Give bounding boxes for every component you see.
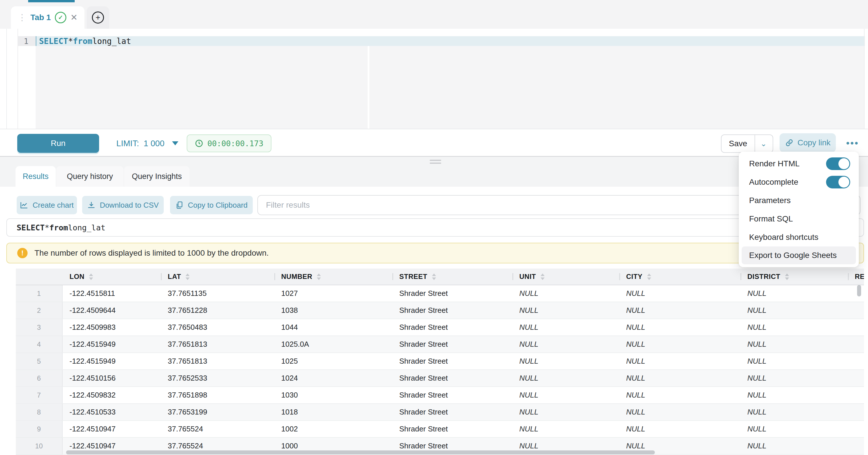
column-header-unit[interactable]: UNIT	[513, 269, 619, 285]
autocomplete-toggle[interactable]	[826, 176, 850, 188]
table-cell[interactable]: 1030	[274, 387, 392, 403]
table-cell[interactable]	[848, 421, 864, 437]
tab-results[interactable]: Results	[16, 166, 56, 187]
table-cell[interactable]: NULL	[513, 387, 619, 403]
table-cell[interactable]: 1044	[274, 319, 392, 335]
sort-icon[interactable]	[186, 273, 190, 280]
table-cell[interactable]: NULL	[741, 285, 848, 302]
table-cell[interactable]: -122.4509832	[63, 387, 161, 403]
table-row[interactable]: 9-122.451094737.7655241002Shrader Street…	[16, 421, 864, 438]
tab-query-insights[interactable]: Query Insights	[124, 166, 190, 187]
vertical-scrollbar[interactable]	[857, 285, 861, 297]
sort-icon[interactable]	[647, 273, 651, 280]
column-header-district[interactable]: DISTRICT	[741, 269, 848, 285]
table-cell[interactable]: 37.7650483	[161, 319, 274, 335]
menu-item-export-google-sheets[interactable]: Export to Google Sheets	[742, 246, 856, 264]
table-cell[interactable]: Shrader Street	[392, 421, 513, 437]
table-cell[interactable]: -122.4515811	[63, 285, 161, 302]
table-cell[interactable]: 1024	[274, 370, 392, 386]
table-cell[interactable]: -122.4509644	[63, 302, 161, 318]
menu-item-keyboard-shortcuts[interactable]: Keyboard shortcuts	[739, 228, 859, 246]
save-options-chevron[interactable]: ⌄	[754, 135, 772, 152]
table-cell[interactable]: NULL	[619, 353, 741, 369]
resize-handle[interactable]	[430, 162, 441, 164]
table-cell[interactable]: -122.4510947	[63, 421, 161, 437]
table-cell[interactable]	[848, 387, 864, 403]
render-html-toggle[interactable]	[826, 157, 850, 170]
table-cell[interactable]: NULL	[741, 302, 848, 318]
table-cell[interactable]	[848, 336, 864, 353]
table-cell[interactable]: Shrader Street	[392, 387, 513, 403]
table-cell[interactable]: NULL	[513, 404, 619, 420]
table-cell[interactable]: 1025.0A	[274, 336, 392, 353]
sql-editor[interactable]: 1 SELECT * from long_lat	[0, 29, 868, 129]
table-cell[interactable]: NULL	[741, 336, 848, 353]
table-cell[interactable]: NULL	[513, 336, 619, 353]
table-cell[interactable]: NULL	[513, 302, 619, 318]
table-cell[interactable]: NULL	[741, 438, 848, 454]
table-cell[interactable]: -122.4515949	[63, 353, 161, 369]
table-cell[interactable]: NULL	[619, 404, 741, 420]
copy-link-button[interactable]: Copy link	[779, 133, 836, 152]
table-cell[interactable]: NULL	[619, 421, 741, 437]
column-header-city[interactable]: CITY	[619, 269, 741, 285]
table-cell[interactable]: NULL	[619, 285, 741, 302]
table-cell[interactable]: -122.4515949	[63, 336, 161, 353]
copy-clipboard-button[interactable]: Copy to Clipboard	[170, 196, 253, 214]
new-tab-button[interactable]: +	[87, 6, 109, 29]
table-row[interactable]: 2-122.450964437.76512281038Shrader Stree…	[16, 302, 864, 319]
sort-icon[interactable]	[432, 273, 436, 280]
resize-handle[interactable]	[430, 160, 441, 161]
table-row[interactable]: 4-122.451594937.76518131025.0AShrader St…	[16, 336, 864, 353]
sort-icon[interactable]	[89, 273, 93, 280]
table-row[interactable]: 5-122.451594937.76518131025Shrader Stree…	[16, 353, 864, 370]
table-cell[interactable]: NULL	[741, 319, 848, 335]
table-cell[interactable]: NULL	[513, 353, 619, 369]
horizontal-scrollbar[interactable]	[66, 450, 655, 454]
table-cell[interactable]: NULL	[513, 319, 619, 335]
table-cell[interactable]: NULL	[513, 285, 619, 302]
table-cell[interactable]: NULL	[619, 370, 741, 386]
table-cell[interactable]	[848, 353, 864, 369]
table-cell[interactable]: NULL	[741, 370, 848, 386]
table-row[interactable]: 3-122.450998337.76504831044Shrader Stree…	[16, 319, 864, 336]
table-cell[interactable]: 37.7653199	[161, 404, 274, 420]
create-chart-button[interactable]: Create chart	[17, 196, 77, 214]
table-cell[interactable]: NULL	[619, 319, 741, 335]
run-button[interactable]: Run	[17, 134, 99, 153]
table-cell[interactable]: NULL	[513, 370, 619, 386]
table-cell[interactable]: Shrader Street	[392, 285, 513, 302]
code-line[interactable]: SELECT * from long_lat	[39, 36, 131, 46]
table-cell[interactable]: 37.7651135	[161, 285, 274, 302]
table-cell[interactable]	[848, 302, 864, 318]
sort-icon[interactable]	[317, 273, 321, 280]
table-cell[interactable]: NULL	[741, 404, 848, 420]
table-cell[interactable]: Shrader Street	[392, 336, 513, 353]
table-cell[interactable]: Shrader Street	[392, 302, 513, 318]
table-cell[interactable]: 37.7652533	[161, 370, 274, 386]
column-header-number[interactable]: NUMBER	[274, 269, 392, 285]
column-header-street[interactable]: STREET	[392, 269, 513, 285]
table-cell[interactable]: 37.765524	[161, 421, 274, 437]
sort-icon[interactable]	[785, 273, 789, 280]
menu-item-parameters[interactable]: Parameters	[739, 191, 859, 210]
table-cell[interactable]: Shrader Street	[392, 319, 513, 335]
table-cell[interactable]	[848, 285, 864, 302]
table-cell[interactable]: -122.4510156	[63, 370, 161, 386]
results-table[interactable]: LONLATNUMBERSTREETUNITCITYDISTRICTRE1-12…	[16, 269, 864, 455]
table-cell[interactable]	[848, 319, 864, 335]
save-split-button[interactable]: Save ⌄	[721, 134, 773, 153]
menu-item-format-sql[interactable]: Format SQL	[739, 210, 859, 228]
column-header-re[interactable]: RE	[848, 269, 864, 285]
table-cell[interactable]: NULL	[741, 353, 848, 369]
table-cell[interactable]: 37.7651813	[161, 336, 274, 353]
tab-query-history[interactable]: Query history	[56, 166, 124, 187]
table-cell[interactable]: 1038	[274, 302, 392, 318]
table-cell[interactable]: Shrader Street	[392, 353, 513, 369]
table-cell[interactable]: NULL	[619, 387, 741, 403]
table-cell[interactable]: 37.7651813	[161, 353, 274, 369]
column-header-lat[interactable]: LAT	[161, 269, 274, 285]
table-cell[interactable]: NULL	[741, 387, 848, 403]
table-row[interactable]: 7-122.450983237.76518981030Shrader Stree…	[16, 387, 864, 404]
table-cell[interactable]: -122.4509983	[63, 319, 161, 335]
